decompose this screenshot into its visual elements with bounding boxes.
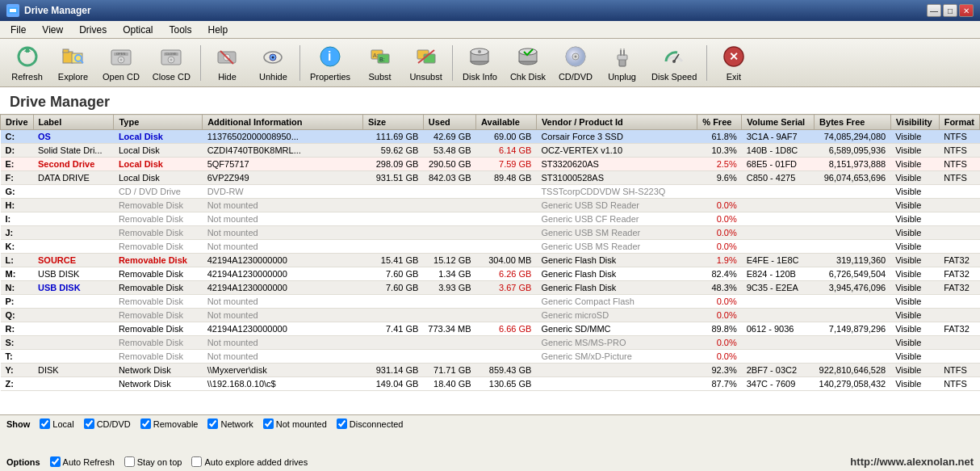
cell-pct-free: 0.0% [697,336,742,350]
status-bar: Show Local CD/DVD Removable Network Not … [0,414,980,471]
show-disconnected-check[interactable] [337,418,347,429]
menu-tools[interactable]: Tools [162,22,199,38]
unhide-button[interactable]: Unhide [251,42,295,84]
disk-info-button[interactable]: Disk Info [457,42,503,84]
cell-drive: E: [1,158,34,171]
cell-drive: K: [1,240,34,254]
table-row[interactable]: J: Removable Disk Not mounted Generic US… [1,226,980,240]
option-auto-refresh[interactable]: Auto Refresh [50,456,115,467]
table-row[interactable]: F: DATA DRIVE Local Disk 6VP2Z949 931.51… [1,171,980,185]
cell-bytes-free: 922,810,646,528 [815,364,891,377]
cd-dvd-button[interactable]: CD/DVD [553,42,598,84]
option-auto-refresh-check[interactable] [50,456,61,467]
show-cddvd-check[interactable] [84,418,94,429]
cell-addinfo: Not mounted [203,240,363,254]
cell-addinfo: Not mounted [203,309,363,322]
unsubst-button[interactable]: Unsubst [404,42,448,84]
show-not-mounted[interactable]: Not mounted [263,418,327,429]
subst-button[interactable]: A: B: Subst [358,42,402,84]
explore-button[interactable]: Explore [51,42,95,84]
table-row[interactable]: R: Removable Disk 42194A1230000000 7.41 … [1,322,980,336]
show-disconnected[interactable]: Disconnected [337,418,404,429]
table-row[interactable]: Z: Network Disk \\192.168.0.10\c$ 149.04… [1,377,980,391]
table-row[interactable]: K: Removable Disk Not mounted Generic US… [1,240,980,254]
menu-optical[interactable]: Optical [115,22,160,38]
show-network[interactable]: Network [207,418,253,429]
cell-serial [742,185,815,199]
table-row[interactable]: M: USB DISK Removable Disk 42194A1230000… [1,267,980,281]
minimize-button[interactable]: — [927,4,941,17]
menu-bar: File View Drives Optical Tools Help [0,21,980,39]
cell-avail: 7.59 GB [476,158,537,171]
cell-pct-free: 2.5% [697,158,742,171]
cell-pct-free: 10.3% [697,144,742,158]
table-row[interactable]: H: Removable Disk Not mounted Generic US… [1,199,980,212]
cell-drive: Y: [1,364,34,377]
cell-avail: 6.14 GB [476,144,537,158]
cell-avail [476,350,537,364]
close-cd-button[interactable]: CLOSE Close CD [147,42,196,84]
cell-bytes-free: 6,589,095,936 [815,144,891,158]
table-row[interactable]: D: Solid State Dri... Local Disk CZDI474… [1,144,980,158]
table-row[interactable]: E: Second Drive Local Disk 5QF75717 298.… [1,158,980,171]
cell-used: 842.03 GB [423,171,475,185]
refresh-icon [15,44,40,69]
show-local-check[interactable] [40,418,50,429]
table-row[interactable]: T: Removable Disk Not mounted Generic SM… [1,350,980,364]
refresh-button[interactable]: Refresh [5,42,49,84]
unsubst-icon [413,44,439,69]
show-local[interactable]: Local [40,418,73,429]
show-cddvd[interactable]: CD/DVD [84,418,131,429]
menu-help[interactable]: Help [201,22,236,38]
cell-pct-free: 89.8% [697,322,742,336]
menu-file[interactable]: File [3,22,33,38]
table-row[interactable]: Q: Removable Disk Not mounted Generic mi… [1,309,980,322]
drive-table: Drive Label Type Additional Information … [0,114,980,391]
chk-disk-button[interactable]: Chk Disk [505,42,551,84]
cell-type: Removable Disk [114,322,203,336]
cell-used [423,350,475,364]
menu-view[interactable]: View [35,22,70,38]
cell-type: Local Disk [114,171,203,185]
title-bar: Drive Manager — □ ✕ [0,0,980,21]
menu-drives[interactable]: Drives [72,22,114,38]
table-row[interactable]: C: OS Local Disk 11376502000008950... 11… [1,130,980,144]
maximize-button[interactable]: □ [943,4,957,17]
cell-drive: R: [1,322,34,336]
table-row[interactable]: I: Removable Disk Not mounted Generic US… [1,212,980,226]
unplug-button[interactable]: Unplug [600,42,644,84]
table-row[interactable]: G: CD / DVD Drive DVD-RW TSSTcorpCDDVDW … [1,185,980,199]
show-cddvd-label: CD/DVD [97,419,131,429]
table-row[interactable]: S: Removable Disk Not mounted Generic MS… [1,336,980,350]
table-row[interactable]: N: USB DISK Removable Disk 42194A1230000… [1,281,980,295]
cell-visibility: Visible [890,309,939,322]
cell-vendor: Generic USB SM Reader [536,226,697,240]
col-header-addinfo: Additional Information [203,115,363,130]
show-not-mounted-check[interactable] [263,418,274,429]
option-stay-on-top[interactable]: Stay on top [124,456,182,467]
disk-speed-button[interactable]: Disk Speed [646,42,702,84]
show-label: Show [6,419,30,429]
cell-avail: 130.65 GB [476,377,537,391]
show-network-check[interactable] [207,418,218,429]
show-removable-check[interactable] [140,418,151,429]
cell-used [423,212,475,226]
show-removable[interactable]: Removable [140,418,199,429]
hide-button[interactable]: Hide [205,42,249,84]
cell-label [33,226,114,240]
table-row[interactable]: P: Removable Disk Not mounted Generic Co… [1,295,980,309]
properties-button[interactable]: i Properties [304,42,356,84]
option-auto-explore[interactable]: Auto explore added drives [191,456,308,467]
open-cd-button[interactable]: OPEN Open CD [97,42,145,84]
option-auto-explore-check[interactable] [191,456,202,467]
exit-button[interactable]: ✕ Exit [711,42,756,84]
cell-visibility: Visible [890,240,939,254]
option-stay-on-top-check[interactable] [124,456,135,467]
drive-table-container[interactable]: Drive Label Type Additional Information … [0,114,980,405]
table-row[interactable]: Y: DISK Network Disk \\Myxerver\disk 931… [1,364,980,377]
svg-rect-47 [620,50,622,56]
table-row[interactable]: L: SOURCE Removable Disk 42194A123000000… [1,254,980,267]
cell-size: 7.60 GB [363,267,424,281]
col-header-size: Size [363,115,424,130]
close-button[interactable]: ✕ [959,4,974,17]
